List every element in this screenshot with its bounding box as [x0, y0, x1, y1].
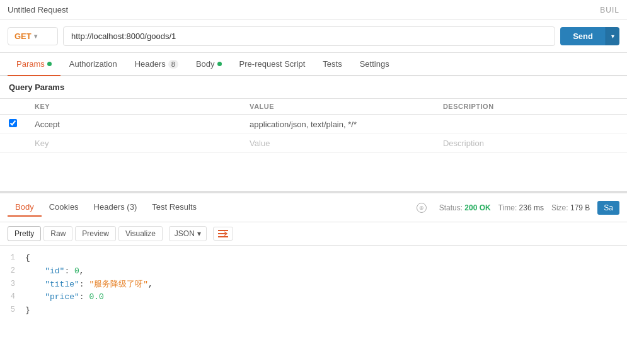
fmt-preview[interactable]: Preview — [75, 226, 116, 241]
table-row: Accept application/json, text/plain, */* — [0, 115, 627, 134]
title-bar: Untitled Request BUIL — [0, 0, 627, 20]
send-dropdown-button[interactable]: ▾ — [606, 27, 619, 45]
method-selector[interactable]: GET ▾ — [8, 27, 58, 45]
query-params-section: Query Params KEY VALUE DESCRIPTION Accep… — [0, 76, 627, 153]
query-params-title: Query Params — [0, 76, 627, 98]
build-label: BUIL — [600, 6, 619, 14]
wrap-button[interactable] — [213, 227, 233, 241]
code-line-2: 2 "id": 0, — [0, 265, 627, 278]
code-line-1: 1 { — [0, 252, 627, 265]
tab-headers[interactable]: Headers 8 — [126, 53, 187, 76]
tab-settings[interactable]: Settings — [351, 53, 398, 76]
time-value: 236 ms — [519, 203, 544, 212]
time-label: Time: 236 ms — [498, 203, 544, 212]
resp-tab-testresults[interactable]: Test Results — [144, 198, 204, 217]
col-desc-header: DESCRIPTION — [434, 99, 627, 115]
format-type-selector[interactable]: JSON ▾ — [169, 226, 207, 241]
table-row: Key Value Description — [0, 134, 627, 153]
url-input[interactable] — [63, 26, 555, 46]
method-chevron: ▾ — [34, 33, 37, 40]
row-1-checkbox[interactable] — [9, 119, 17, 127]
response-code: 1 { 2 "id": 0, 3 "title": "服务降级了呀", 4 "p… — [0, 246, 627, 324]
row-1-desc[interactable] — [434, 115, 627, 134]
fmt-visualize[interactable]: Visualize — [118, 226, 163, 241]
resp-tab-cookies[interactable]: Cookies — [42, 198, 86, 217]
send-btn-group: Send ▾ — [560, 27, 619, 45]
headers-badge: 8 — [168, 60, 178, 69]
row-placeholder-desc[interactable]: Description — [434, 134, 627, 153]
status-value: 200 OK — [464, 203, 490, 212]
row-1-key[interactable]: Accept — [26, 115, 241, 134]
status-label: Status: 200 OK — [439, 203, 491, 212]
code-line-5: 5 } — [0, 304, 627, 317]
body-dot — [217, 62, 222, 66]
fmt-pretty[interactable]: Pretty — [8, 226, 41, 241]
response-area: Body Cookies Headers (3) Test Results ⊕ … — [0, 191, 627, 324]
resp-tab-body[interactable]: Body — [8, 198, 42, 217]
request-title: Untitled Request — [8, 5, 68, 14]
code-line-4: 4 "price": 0.0 — [0, 291, 627, 304]
size-value: 179 B — [570, 203, 590, 212]
params-dot — [47, 62, 52, 66]
response-header: Body Cookies Headers (3) Test Results ⊕ … — [0, 193, 627, 222]
request-tabs: Params Authorization Headers 8 Body Pre-… — [0, 53, 627, 76]
size-label: Size: 179 B — [551, 203, 590, 212]
format-bar: Pretty Raw Preview Visualize JSON ▾ — [0, 222, 627, 246]
tab-tests[interactable]: Tests — [314, 53, 350, 76]
response-meta: ⊕ Status: 200 OK Time: 236 ms Size: 179 … — [417, 201, 619, 215]
tab-body[interactable]: Body — [187, 53, 231, 76]
globe-icon: ⊕ — [417, 203, 427, 213]
format-type-label: JSON — [175, 229, 195, 238]
format-type-chevron: ▾ — [197, 229, 201, 238]
col-key-header: KEY — [26, 99, 241, 115]
resp-tab-headers[interactable]: Headers (3) — [86, 198, 145, 217]
row-1-value[interactable]: application/json, text/plain, */* — [241, 115, 434, 134]
params-table: KEY VALUE DESCRIPTION Accept application… — [0, 98, 627, 153]
fmt-raw[interactable]: Raw — [43, 226, 72, 241]
code-line-3: 3 "title": "服务降级了呀", — [0, 278, 627, 292]
url-bar: GET ▾ Send ▾ — [0, 20, 627, 53]
method-label: GET — [14, 31, 32, 41]
row-placeholder-key[interactable]: Key — [26, 134, 241, 153]
col-checkbox — [0, 99, 26, 115]
tab-prerequest[interactable]: Pre-request Script — [231, 53, 314, 76]
row-placeholder-value[interactable]: Value — [241, 134, 434, 153]
tab-authorization[interactable]: Authorization — [60, 53, 126, 76]
response-tabs: Body Cookies Headers (3) Test Results — [8, 198, 417, 217]
col-value-header: VALUE — [241, 99, 434, 115]
send-button[interactable]: Send — [560, 27, 606, 45]
save-button[interactable]: Sa — [597, 201, 619, 215]
tab-params[interactable]: Params — [8, 53, 60, 76]
